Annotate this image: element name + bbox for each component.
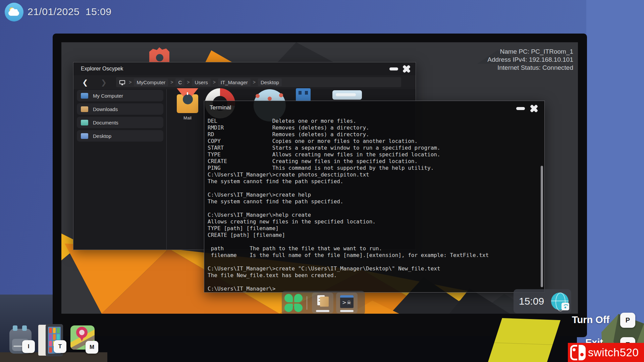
terminal-window: Terminal DEL Deletes one or more files. … — [204, 101, 545, 293]
breadcrumb-item[interactable]: Desktop — [258, 79, 282, 86]
terminal-line: filename Is the full name of the file [n… — [208, 252, 536, 259]
terminal-line: C:\Users\IT_Manager\> — [208, 286, 536, 292]
turn-off-button[interactable]: Turn Off — [572, 314, 609, 325]
terminal-line: PING This command is not supported by th… — [208, 165, 536, 171]
documents-icon — [81, 120, 88, 125]
weather-icon[interactable] — [5, 3, 23, 21]
usb-app-icon[interactable] — [296, 88, 311, 102]
game-datetime: 21/01/2025 15:09 — [28, 6, 111, 17]
explorer-titlebar[interactable]: Explorer Oscypek — [73, 62, 416, 75]
room-wall-panel — [586, 0, 644, 362]
terminal-line: RMDIR Removes (deletes) a directory. — [208, 124, 536, 131]
wifi-icon — [561, 303, 569, 310]
terminal-line: C:\Users\IT_Manager\>create help — [208, 192, 536, 198]
breadcrumb-item[interactable]: Users — [192, 79, 210, 86]
terminal-line — [208, 185, 536, 192]
taskbar-divider — [307, 296, 307, 310]
terminal-line: TYPE [path] [filename] — [208, 225, 536, 232]
turn-off-keycap[interactable]: P — [620, 313, 635, 328]
terminal-line: path The path to the file that we want t… — [208, 245, 536, 252]
breadcrumb[interactable]: > MyComputer > C > Users > IT_Manager > … — [116, 77, 401, 87]
sidebar-item[interactable]: Documents — [77, 117, 163, 128]
terminal-line: CREATE [path] [filename] — [208, 232, 536, 239]
computer-icon — [81, 93, 88, 99]
terminal-line: DEL Deletes one or more files. — [208, 118, 536, 124]
chevron-right-icon: > — [129, 80, 131, 85]
terminal-line: C:\Users\IT_Manager\>create photos_desct… — [208, 171, 536, 178]
terminal-output: DEL Deletes one or more files. RMDIR Rem… — [208, 118, 536, 292]
clock: 15:09 — [519, 296, 544, 307]
terminal-line: CREATE Creating new files in the specifi… — [208, 158, 536, 165]
terminal-window-title: Terminal — [210, 104, 231, 111]
chevron-right-icon: > — [213, 80, 216, 85]
terminal-line — [208, 239, 536, 245]
explorer-window-title: Explorer Oscypek — [81, 66, 123, 72]
terminal-line — [208, 259, 536, 265]
terminal-line: Allows creating new files in the specifi… — [208, 218, 536, 225]
back-arrow-icon[interactable]: ❮ — [82, 79, 88, 86]
globe-wifi-icon[interactable] — [551, 293, 569, 310]
terminal-line: TYPE Allows creating new files in the sp… — [208, 151, 536, 158]
pc-name: Name PC: PC_ITRoom_1 — [487, 48, 573, 56]
computer-icon — [119, 80, 125, 84]
watermark-banner: switch520 — [568, 343, 644, 362]
taskbar-clock-widget[interactable]: 15:09 — [514, 289, 571, 313]
terminal-line — [208, 279, 536, 286]
breadcrumb-item[interactable]: C — [175, 79, 184, 86]
close-icon[interactable] — [402, 64, 411, 73]
file-label: Mail — [175, 115, 200, 120]
chevron-right-icon: > — [253, 80, 256, 85]
watermark-text: switch520 — [588, 346, 639, 359]
minimize-icon[interactable] — [516, 107, 525, 110]
terminal-line: C:\Users\IT_Manager\>create "C:\Users\IT… — [208, 265, 536, 272]
terminal-line — [208, 205, 536, 212]
close-icon[interactable] — [530, 104, 538, 113]
sidebar-item[interactable]: My Computer — [77, 90, 163, 101]
internet-status: Internet Status: Connected — [487, 64, 573, 72]
taskbar: >☠ — [282, 291, 365, 314]
inventory-keycap[interactable]: I — [22, 340, 35, 353]
open-app-indicator — [316, 310, 329, 312]
sidebar-item[interactable]: Desktop — [77, 130, 163, 142]
taskbar-terminal-button[interactable]: >☠ — [336, 293, 358, 313]
terminal-line: START Starts a separate window to run a … — [208, 145, 536, 151]
taskbar-explorer-button[interactable] — [312, 293, 333, 313]
breadcrumb-item[interactable]: IT_Manager — [218, 79, 251, 86]
mail-app-icon-partial[interactable] — [149, 47, 169, 62]
terminal-line: RD Removes (deletes) a directory. — [208, 131, 536, 138]
sidebar-divider — [166, 89, 167, 250]
switch-logo-icon — [570, 345, 586, 360]
terminal-scrollbar[interactable] — [541, 166, 543, 287]
monitor-screen: Name PC: PC_ITRoom_1 Address IPv4: 192.1… — [61, 42, 578, 314]
file-icon-mail[interactable]: Mail — [175, 88, 200, 120]
desktop-icon — [81, 133, 88, 139]
chevron-right-icon: > — [187, 80, 190, 85]
explorer-sidebar: My Computer Downloads Documents Desktop — [77, 90, 163, 142]
pc-info-panel: Name PC: PC_ITRoom_1 Address IPv4: 192.1… — [487, 48, 573, 72]
terminal-line: The file New_file.text has been created. — [208, 272, 536, 279]
forward-arrow-icon: ❯ — [101, 79, 107, 86]
tablet-keycap[interactable]: T — [54, 340, 66, 353]
terminal-line: COPY Copies one or more files to another… — [208, 138, 536, 145]
terminal-skull-icon: >☠ — [340, 295, 354, 308]
sidebar-item[interactable]: Downloads — [77, 103, 163, 115]
open-app-indicator — [340, 310, 354, 312]
terminal-line: The system cannot find the path specifie… — [208, 178, 536, 185]
window-app-icon[interactable] — [332, 90, 362, 100]
pc-ip-address: Address IPv4: 192.168.10.101 — [487, 56, 573, 64]
terminal-line: The system cannot find the path specifie… — [208, 198, 536, 205]
start-clover-icon[interactable] — [284, 294, 303, 312]
mail-app-icon — [175, 88, 200, 114]
map-keycap[interactable]: M — [86, 341, 98, 354]
explorer-navbar: ❮ ❯ > MyComputer > C > Users > — [73, 75, 416, 89]
terminal-line: C:\Users\IT_Manager\>help create — [208, 212, 536, 218]
breadcrumb-item[interactable]: MyComputer — [134, 79, 168, 86]
file-explorer-icon — [317, 295, 329, 308]
minimize-icon[interactable] — [389, 67, 398, 70]
chevron-right-icon: > — [170, 80, 173, 85]
downloads-folder-icon — [81, 106, 88, 112]
